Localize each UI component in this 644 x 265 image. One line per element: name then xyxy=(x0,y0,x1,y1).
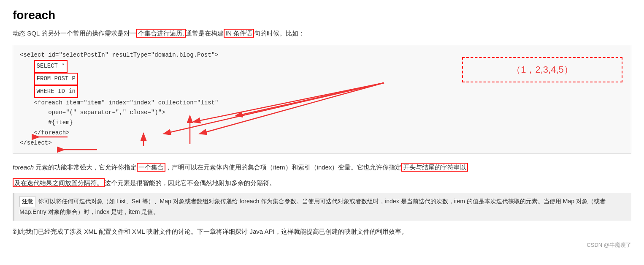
dashed-values-text: （1，2,3,4,5） xyxy=(511,62,573,77)
intro-text-after: 句的时候。比如： xyxy=(254,30,305,37)
desc-text1-after: ，声明可以在元素体内使用的集合项（item）和索引（index）变量。它也允许你… xyxy=(165,164,401,171)
code-line-4: WHERE ID in xyxy=(20,85,624,98)
note-text: 你可以将任何可迭代对象（如 List、Set 等）、Map 对象或者数组对象传递… xyxy=(19,198,606,215)
intro-highlight2: IN 条件语 xyxy=(224,29,254,38)
foreach-italic: foreach xyxy=(13,164,34,171)
code-line-9: </select> xyxy=(20,138,624,148)
code-line-8: </foreach> xyxy=(20,128,624,138)
code-line-7: #{item} xyxy=(20,118,624,128)
code-block: <select id="selectPostIn" resultType="do… xyxy=(13,45,631,154)
where-id-highlight: WHERE ID in xyxy=(34,85,78,98)
desc-highlight3: 及在迭代结果之间放置分隔符。 xyxy=(13,178,105,187)
select-star-highlight: SELECT * xyxy=(34,60,68,73)
dashed-values-box: （1，2,3,4,5） xyxy=(462,57,622,82)
page-title: foreach xyxy=(13,8,631,22)
code-line-5: <foreach item="item" index="index" colle… xyxy=(20,98,624,108)
from-post-highlight: FROM POST P xyxy=(34,73,78,85)
code-line-6: open="(" separator="," close=")"> xyxy=(20,108,624,118)
intro-paragraph: 动态 SQL 的另外一个常用的操作需求是对一个集合进行遍历,通常是在构建IN 条… xyxy=(13,28,631,39)
intro-text-middle: 通常是在构建 xyxy=(186,30,224,37)
desc-text1-before: 元素的功能非常强大，它允许你指定 xyxy=(34,164,137,171)
code-container: <select id="selectPostIn" resultType="do… xyxy=(13,45,631,154)
note-box: 注意你可以将任何可迭代对象（如 List、Set 等）、Map 对象或者数组对象… xyxy=(13,193,631,221)
desc-highlight1: 一个集合 xyxy=(137,163,165,172)
desc-text3: 这个元素是很智能的，因此它不会偶然地附加多余的分隔符。 xyxy=(105,179,276,186)
footer-paragraph: 到此我们已经完成了涉及 XML 配置文件和 XML 映射文件的讨论。下一章将详细… xyxy=(13,226,631,237)
desc-paragraph-2: 及在迭代结果之间放置分隔符。这个元素是很智能的，因此它不会偶然地附加多余的分隔符… xyxy=(13,177,631,189)
desc-paragraph-1: foreach 元素的功能非常强大，它允许你指定一个集合，声明可以在元素体内使用… xyxy=(13,161,631,173)
note-label: 注意 xyxy=(19,196,35,207)
intro-text-before: 动态 SQL 的另外一个常用的操作需求是对一 xyxy=(13,30,136,37)
csdn-watermark: CSDN @牛魔瘦了 xyxy=(13,241,631,249)
desc-highlight2: 开头与结尾的字符串以 xyxy=(401,163,468,172)
intro-highlight1: 个集合进行遍历, xyxy=(136,29,186,38)
